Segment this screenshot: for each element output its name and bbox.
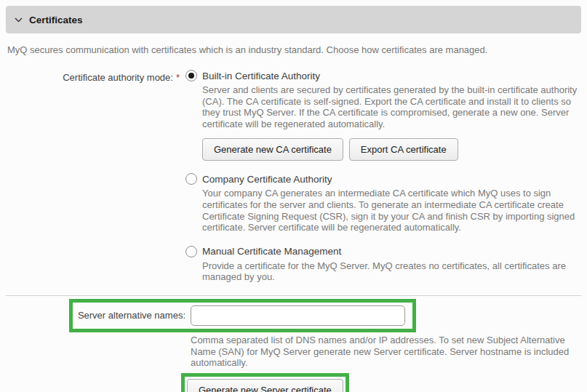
radio-button-icon[interactable] [185,173,197,185]
radio-label[interactable]: Manual Certificate Management [202,246,341,257]
generate-server-certificate-button[interactable]: Generate new Server certificate [187,379,343,392]
export-ca-certificate-button[interactable]: Export CA certificate [349,138,458,161]
option-built-in-ca: Built-in Certificate Authority Server an… [185,70,581,161]
option-company-ca: Company Certificate Authority Your compa… [185,173,581,233]
highlight-box-san: Server alternative names: [69,299,416,332]
section-divider [6,295,581,296]
required-asterisk: * [176,72,180,83]
certificates-form: Certificate authority mode:* Built-in Ce… [6,70,581,392]
radio-company-ca[interactable]: Company Certificate Authority [185,173,581,185]
server-alternative-names-help: Comma separated list of DNS names and/or… [191,335,581,369]
radio-label[interactable]: Company Certificate Authority [202,174,332,185]
server-alternative-names-input[interactable] [191,305,405,326]
server-alternative-names-label: Server alternative names: [73,310,185,321]
certificates-section-header[interactable]: Certificates [6,6,581,33]
radio-built-in-ca[interactable]: Built-in Certificate Authority [185,70,581,81]
option-manual-management: Manual Certificate Management Provide a … [185,246,581,283]
radio-label[interactable]: Built-in Certificate Authority [202,71,320,81]
certificates-settings-page: Certificates MyQ secures communication w… [0,0,587,392]
server-alternative-names-section: Server alternative names: Comma separate… [6,299,581,392]
manual-management-description: Provide a certificate for the MyQ Server… [202,260,581,283]
company-ca-description: Your company CA generates an intermediat… [202,188,581,233]
radio-manual-management[interactable]: Manual Certificate Management [185,246,581,257]
highlight-box-generate-server: Generate new Server certificate [181,373,349,392]
generate-ca-certificate-button[interactable]: Generate new CA certificate [202,138,343,161]
radio-button-icon[interactable] [185,70,197,81]
section-description: MyQ secures communication with certifica… [7,44,581,55]
built-in-ca-description: Server and clients are secured by certif… [202,84,581,129]
ca-mode-label: Certificate authority mode:* [6,70,180,283]
section-title: Certificates [29,15,83,25]
radio-button-icon[interactable] [185,246,197,257]
chevron-down-icon [15,17,23,23]
